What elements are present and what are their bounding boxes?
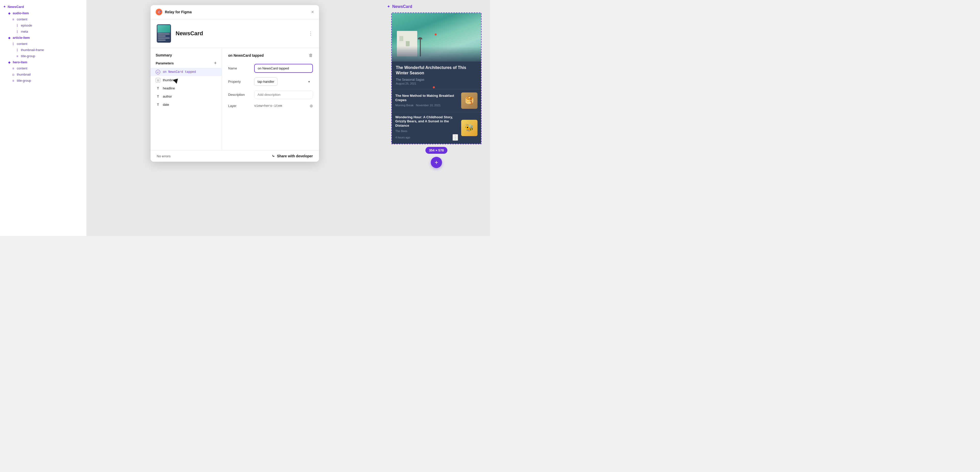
share-with-developer-button[interactable]: ⤷ Share with developer <box>272 154 313 158</box>
tree-label-article-title-group: title-group <box>21 54 35 58</box>
param-item-author[interactable]: T author <box>151 92 222 100</box>
right-panel: ✦ NewsCard The Wonderful Architectures o… <box>383 0 490 236</box>
newscard-preview[interactable]: The Wonderful Architectures of This Wint… <box>391 13 482 144</box>
tree-label-meta: meta <box>21 30 28 33</box>
newscard-diamond-icon: ✦ <box>387 4 390 9</box>
summary-section-title: Summary <box>151 53 222 61</box>
detail-header: on NewsCard tapped 🗑 <box>228 53 313 58</box>
params-header: Parameters + <box>151 61 222 68</box>
dialog-footer: No errors ⤷ Share with developer <box>151 150 319 162</box>
no-errors-label: No errors <box>157 154 170 158</box>
share-label: Share with developer <box>277 154 313 158</box>
red-dot-2 <box>433 86 435 88</box>
tree-label-hero-content: content <box>17 67 27 70</box>
tree-label-article-content: content <box>17 42 27 46</box>
description-label: Description <box>228 93 251 97</box>
article-thumbnail-1: 🥞 <box>461 92 477 109</box>
article-date-1: November 10, 2021 <box>416 104 441 107</box>
property-label: Property <box>228 80 251 83</box>
lines-icon-3: ≡ <box>15 54 19 58</box>
article-card-1[interactable]: The New Method to Making Breakfast Crepe… <box>392 89 481 112</box>
hero-card[interactable]: The Wonderful Architectures of This Wint… <box>392 13 481 89</box>
image-icon-1: ⊡ <box>11 73 15 76</box>
tree-label-article-item: article-item <box>13 36 30 40</box>
article-meta-2: The Bees <box>395 129 458 132</box>
layer-value: view=hero-item <box>254 104 307 108</box>
hero-content: The Wonderful Architectures of This Wint… <box>392 62 481 89</box>
hero-image-overlay <box>392 46 481 62</box>
component-name: NewsCard <box>171 30 308 37</box>
tree-item-hero-content[interactable]: ≡ content <box>0 65 86 72</box>
name-input[interactable] <box>254 64 313 73</box>
lines-icon-1: ≡ <box>11 18 15 21</box>
delete-parameter-button[interactable]: 🗑 <box>309 53 313 58</box>
description-input[interactable] <box>254 91 313 99</box>
lines-icon-5: ≡ <box>11 79 15 83</box>
close-button[interactable]: × <box>311 10 314 14</box>
tree-root-label: NewsCard <box>8 5 24 9</box>
layer-field-row: Layer view=hero-item ⊕ <box>228 104 313 108</box>
param-item-handler[interactable]: ↩ on NewsCard tapped <box>151 68 222 76</box>
tree-item-meta[interactable]: ⦚ meta <box>0 29 86 35</box>
tree-item-article-item[interactable]: ◆ article-item <box>0 35 86 41</box>
diamond-icon-audio: ◆ <box>7 11 11 15</box>
param-item-headline[interactable]: T headline <box>151 84 222 92</box>
article-time-2: 4 hours ago <box>395 136 410 139</box>
tree-item-thumbnail-frame[interactable]: ⦚ thumbnail-frame <box>0 47 86 53</box>
add-parameter-button[interactable]: + <box>214 61 217 65</box>
tree-label-episode: episode <box>21 24 32 27</box>
add-button[interactable]: + <box>431 157 442 168</box>
article-source-2: The Bees <box>395 129 407 132</box>
image-param-icon: ⊡ <box>156 78 160 83</box>
layer-label: Layer <box>228 104 251 108</box>
tree-root-newscard[interactable]: ✦ NewsCard <box>0 3 86 10</box>
article-bottom-2: 4 hours ago ⋮ <box>395 134 458 141</box>
dialog-header-left: 🎯 Relay for Figma <box>156 9 192 15</box>
article-card-2[interactable]: Wondering Hour: A Childhood Story, Grizz… <box>392 112 481 144</box>
param-label-handler: on NewsCard tapped <box>163 70 196 74</box>
handler-icon: ↩ <box>156 70 160 74</box>
description-field-row: Description <box>228 91 313 99</box>
lines-icon-2: ⦚ <box>11 42 15 46</box>
tree-item-audio-content[interactable]: ≡ content <box>0 16 86 22</box>
panel-title-text: NewsCard <box>392 4 412 9</box>
hero-image <box>392 13 481 62</box>
tree-label-hero-item: hero-item <box>13 61 27 64</box>
relay-dialog: 🎯 Relay for Figma × NewsCard ⋮ <box>151 5 319 162</box>
hero-headline: The Wonderful Architectures of This Wint… <box>396 65 477 76</box>
text-param-icon-2: T <box>156 94 160 99</box>
article-meta-1: Morning Break November 10, 2021 <box>395 104 458 107</box>
more-options-button[interactable]: ⋮ <box>308 31 313 36</box>
name-field-row: Name <box>228 64 313 73</box>
article-more-button-2[interactable]: ⋮ <box>452 134 458 141</box>
param-label-date: date <box>163 103 169 107</box>
component-thumbnail <box>157 24 171 43</box>
param-item-thumbnail[interactable]: ⊡ thumbnail <box>151 76 222 84</box>
relay-icon: 🎯 <box>156 9 162 15</box>
tree-label-thumbnail-frame: thumbnail-frame <box>21 48 44 52</box>
text-param-icon-1: T <box>156 86 160 91</box>
tree-item-episode[interactable]: ⦚ episode <box>0 22 86 29</box>
article-content-1: The New Method to Making Breakfast Crepe… <box>395 94 458 107</box>
property-select-wrapper: tap-handler ▾ <box>254 77 313 86</box>
chevron-down-icon: ▾ <box>308 80 310 83</box>
target-layer-button[interactable]: ⊕ <box>310 104 313 108</box>
tree-item-hero-thumbnail[interactable]: ⊡ thumbnail <box>0 72 86 78</box>
tree-item-audio-item[interactable]: ◆ audio-item <box>0 10 86 16</box>
dialog-title: Relay for Figma <box>165 10 192 14</box>
tree-item-article-content[interactable]: ⦚ content <box>0 41 86 47</box>
tree-item-article-title-group[interactable]: ≡ title-group <box>0 53 86 59</box>
param-item-date[interactable]: T date <box>151 100 222 109</box>
tree-item-hero-title-group[interactable]: ≡ title-group <box>0 78 86 84</box>
name-label: Name <box>228 66 251 70</box>
hero-date: August 25, 2021 <box>396 82 477 85</box>
component-header: NewsCard ⋮ <box>151 19 319 48</box>
tree-item-hero-item[interactable]: ◆ hero-item <box>0 59 86 65</box>
hero-source: The Seasonal Sagas <box>396 78 477 81</box>
diamond-icon-article: ◆ <box>7 36 11 40</box>
bars-icon-1: ⦚ <box>15 24 19 27</box>
property-select[interactable]: tap-handler <box>254 77 278 86</box>
article-headline-2: Wondering Hour: A Childhood Story, Grizz… <box>395 115 458 128</box>
diamond-icon: ✦ <box>3 5 6 9</box>
detail-title: on NewsCard tapped <box>228 53 264 57</box>
